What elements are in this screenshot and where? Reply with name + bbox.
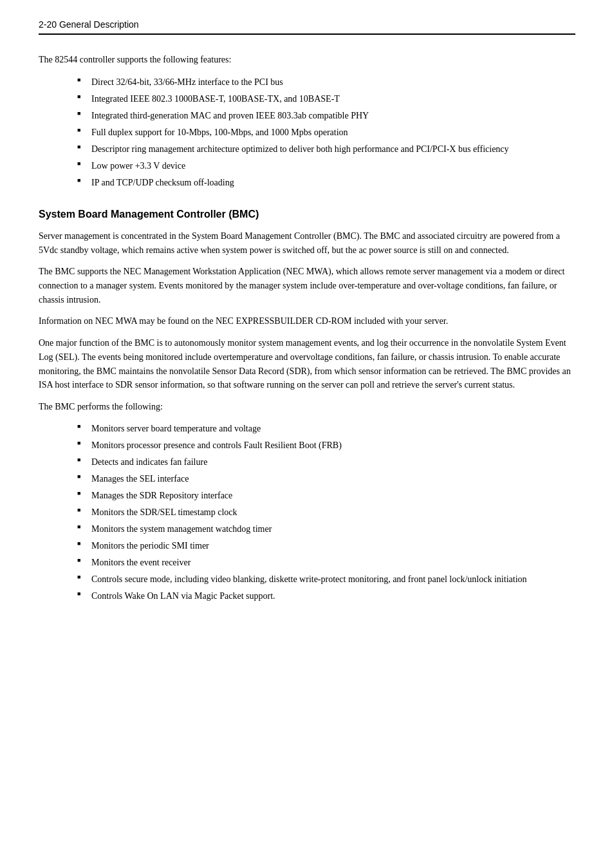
list-item: IP and TCP/UDP checksum off-loading xyxy=(77,176,575,189)
bmc-features-list: Monitors server board temperature and vo… xyxy=(77,422,575,603)
list-item: Monitors the event receiver xyxy=(77,556,575,569)
bmc-paragraph-4: One major function of the BMC is to auto… xyxy=(39,336,575,392)
page-header: 2-20 General Description xyxy=(39,19,575,35)
list-item: Monitors the periodic SMI timer xyxy=(77,539,575,552)
list-item: Detects and indicates fan failure xyxy=(77,455,575,469)
page-container: 2-20 General Description The 82544 contr… xyxy=(0,0,614,640)
bmc-paragraph-1: Server management is concentrated in the… xyxy=(39,229,575,257)
list-item: Monitors server board temperature and vo… xyxy=(77,422,575,435)
list-item: Monitors the system management watchdog … xyxy=(77,522,575,536)
intro-paragraph: The 82544 controller supports the follow… xyxy=(39,53,575,66)
list-item: Integrated third-generation MAC and prov… xyxy=(77,109,575,122)
list-item: Monitors processor presence and controls… xyxy=(77,439,575,452)
list-item: Direct 32/64-bit, 33/66-MHz interface to… xyxy=(77,75,575,89)
list-item: Monitors the SDR/SEL timestamp clock xyxy=(77,505,575,519)
bmc-paragraph-2: The BMC supports the NEC Management Work… xyxy=(39,265,575,307)
list-item: Manages the SDR Repository interface xyxy=(77,489,575,502)
bmc-section-heading: System Board Management Controller (BMC) xyxy=(39,209,575,220)
list-item: Low power +3.3 V device xyxy=(77,159,575,173)
list-item: Controls Wake On LAN via Magic Packet su… xyxy=(77,589,575,603)
list-item: Descriptor ring management architecture … xyxy=(77,142,575,156)
controller-features-list: Direct 32/64-bit, 33/66-MHz interface to… xyxy=(77,75,575,189)
bmc-paragraph-3: Information on NEC MWA may be found on t… xyxy=(39,314,575,328)
bmc-paragraph-5: The BMC performs the following: xyxy=(39,400,575,414)
list-item: Controls secure mode, including video bl… xyxy=(77,572,575,586)
list-item: Manages the SEL interface xyxy=(77,472,575,486)
list-item: Full duplex support for 10-Mbps, 100-Mbp… xyxy=(77,126,575,139)
list-item: Integrated IEEE 802.3 1000BASE-T, 100BAS… xyxy=(77,92,575,106)
page-header-text: 2-20 General Description xyxy=(39,19,139,30)
